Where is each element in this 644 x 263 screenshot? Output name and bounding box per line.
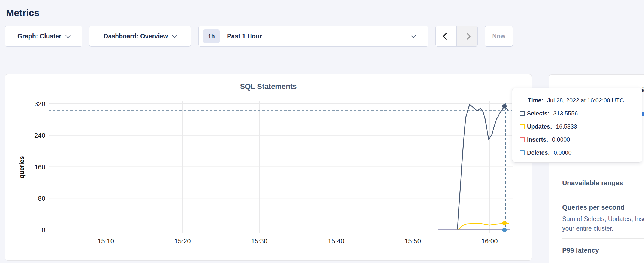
svg-text:16:00: 16:00	[481, 237, 498, 245]
tooltip-selects-value: 313.5556	[553, 110, 578, 117]
svg-text:160: 160	[34, 163, 45, 171]
clipped-link-fragment	[642, 112, 644, 116]
inserts-series-swatch-icon	[520, 137, 525, 142]
clipped-text-fragment: à	[642, 87, 644, 94]
tooltip-time-value: Jul 28, 2022 at 16:02:00 UTC	[547, 97, 624, 104]
deletes-series-swatch-icon	[520, 150, 525, 155]
tooltip-inserts-label: Inserts:	[527, 136, 548, 143]
tooltip-updates-label: Updates:	[527, 123, 552, 130]
svg-text:15:10: 15:10	[98, 237, 114, 245]
svg-text:queries: queries	[18, 156, 25, 178]
svg-text:80: 80	[38, 195, 45, 202]
tooltip-selects-label: Selects:	[527, 110, 549, 117]
metrics-page: Metrics Graph: Cluster Dashboard: Overvi…	[0, 0, 644, 263]
selects-series-swatch-icon	[520, 111, 525, 116]
svg-text:15:30: 15:30	[251, 237, 267, 245]
tooltip-time-label: Time:	[528, 97, 543, 104]
tooltip-deletes-value: 0.0000	[554, 149, 572, 156]
updates-series-swatch-icon	[520, 124, 525, 129]
svg-text:240: 240	[34, 132, 45, 139]
svg-text:15:50: 15:50	[405, 237, 421, 245]
chart-hover-tooltip: Time: Jul 28, 2022 at 16:02:00 UTC Selec…	[512, 88, 642, 163]
tooltip-updates-value: 16.5333	[556, 123, 577, 130]
svg-text:15:20: 15:20	[174, 237, 191, 245]
svg-text:320: 320	[34, 100, 45, 108]
tooltip-inserts-value: 0.0000	[552, 136, 570, 143]
svg-text:15:40: 15:40	[328, 237, 344, 245]
tooltip-deletes-label: Deletes:	[527, 149, 550, 156]
svg-text:0: 0	[42, 226, 45, 234]
